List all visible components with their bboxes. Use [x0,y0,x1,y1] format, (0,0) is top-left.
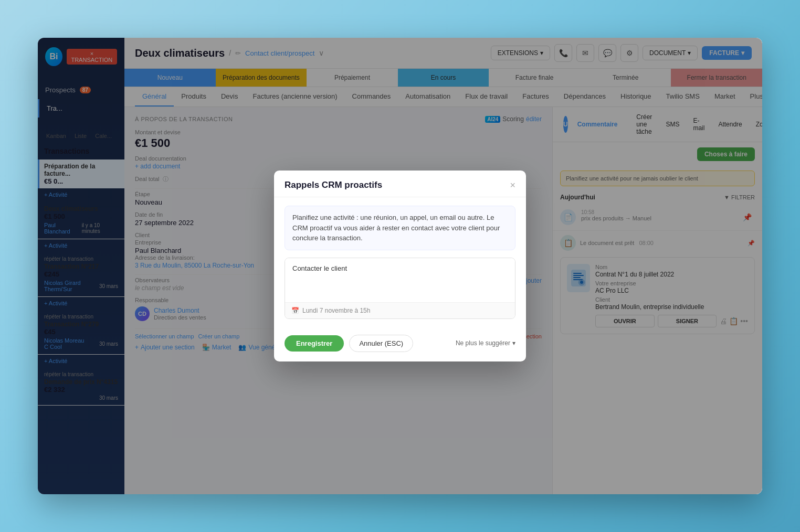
modal-description: Planifiez une activité : une réunion, un… [285,206,515,250]
modal-close-button[interactable]: × [510,180,515,190]
modal-footer: Enregistrer Annuler (ESC) Ne plus le sug… [274,327,526,361]
no-suggest-button[interactable]: Ne plus le suggérer ▾ [456,339,515,347]
modal-input-area: Contacter le client 📅 Lundi 7 novembre à… [285,258,515,319]
proactive-crm-modal: Rappels CRM proactifs × Planifiez une ac… [274,171,526,361]
modal-date-row: 📅 Lundi 7 novembre à 15h [285,302,515,318]
modal-body: Planifiez une activité : une réunion, un… [274,197,526,327]
cancel-button[interactable]: Annuler (ESC) [349,335,413,352]
calendar-icon: 📅 [291,307,299,314]
modal-overlay[interactable]: Rappels CRM proactifs × Planifiez une ac… [38,38,762,494]
modal-date-label: Lundi 7 novembre à 15h [302,307,370,314]
activity-input[interactable]: Contacter le client [285,258,515,300]
modal-header: Rappels CRM proactifs × [274,171,526,197]
modal-title: Rappels CRM proactifs [285,180,382,190]
save-button[interactable]: Enregistrer [285,335,344,352]
